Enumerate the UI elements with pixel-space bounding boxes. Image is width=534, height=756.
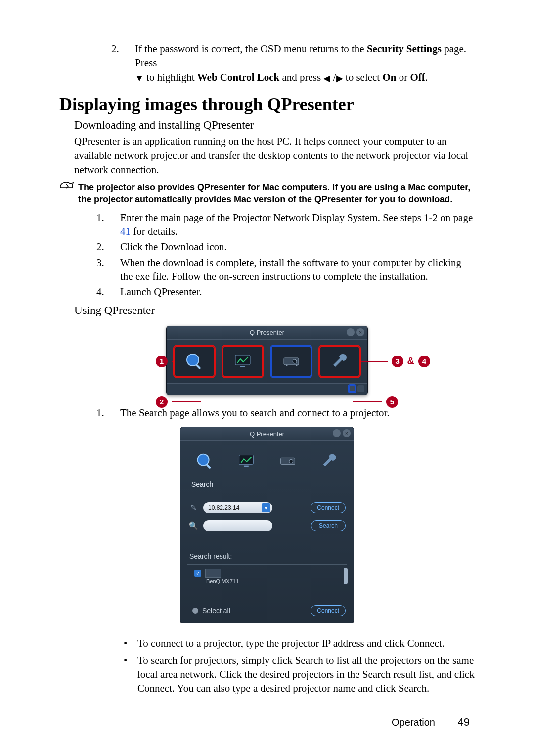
note: The projector also provides QPresenter f…: [59, 181, 475, 206]
svg-rect-3: [235, 355, 250, 365]
tray-button[interactable]: [349, 385, 356, 392]
figure-qpresenter-overview: 1 2 3 & 4 5 Q Presenter – ×: [59, 326, 475, 395]
tray-button[interactable]: [357, 385, 364, 392]
subheading-using: Using QPresenter: [74, 304, 475, 317]
ip-address-select[interactable]: 10.82.23.14 ▾: [203, 502, 272, 513]
svg-point-7: [286, 364, 288, 366]
list-item: 4. Launch QPresenter.: [96, 285, 475, 299]
search-icon: 🔍: [188, 521, 198, 530]
search-instructions: • To connect to a projector, type the pr…: [59, 636, 475, 695]
minimize-icon[interactable]: –: [333, 429, 341, 437]
footer-page-number: 49: [458, 716, 470, 728]
tab-settings[interactable]: [319, 346, 360, 377]
qpresenter-window: Q Presenter – ×: [166, 326, 368, 395]
list-item: 2. Click the Download icon.: [96, 240, 475, 254]
page: 2. If the password is correct, the OSD m…: [0, 0, 534, 756]
qpresenter-search-window: Q Presenter – × Search ✎: [180, 427, 354, 623]
results-header: Search result:: [180, 547, 354, 563]
footer-section: Operation: [392, 717, 435, 728]
active-tab-label: Search: [180, 478, 354, 494]
result-checkbox[interactable]: ✓: [194, 570, 201, 577]
projector-name-input[interactable]: [203, 520, 272, 531]
search-form: ✎ 10.82.23.14 ▾ Connect 🔍 Search: [180, 494, 354, 547]
callout-2: 2: [156, 396, 201, 408]
list-text: If the password is correct, the OSD menu…: [135, 42, 475, 84]
dropdown-icon[interactable]: ▾: [262, 503, 270, 512]
list-number: 2.: [111, 42, 135, 84]
down-arrow-icon: ▼: [135, 72, 144, 84]
svg-point-15: [289, 459, 293, 463]
window-titlebar: Q Presenter – ×: [180, 427, 354, 441]
page-link-41[interactable]: 41: [120, 225, 131, 237]
tab-projector[interactable]: [271, 346, 312, 377]
intro-paragraph: QPresenter is an application running on …: [74, 134, 475, 177]
result-item[interactable]: ✓ BenQ MX711: [194, 569, 345, 584]
tab-row: [167, 340, 367, 383]
install-steps: 1. Enter the main page of the Projector …: [59, 211, 475, 299]
tab-search[interactable]: [188, 447, 222, 475]
svg-rect-4: [240, 366, 245, 367]
results-list: ✓ BenQ MX711: [187, 564, 347, 601]
scrollbar[interactable]: [344, 568, 348, 584]
minimize-icon[interactable]: –: [347, 328, 355, 336]
list-item: 1. Enter the main page of the Projector …: [96, 211, 475, 239]
left-arrow-icon: ◀: [323, 72, 330, 84]
svg-point-8: [296, 364, 298, 366]
svg-rect-12: [239, 455, 254, 465]
bullet-item: • To search for projectors, simply click…: [124, 653, 475, 695]
continuation-step-list: 2. If the password is correct, the OSD m…: [59, 42, 475, 84]
tab-settings[interactable]: [312, 447, 346, 475]
list-item: 3. When the download is complete, instal…: [96, 256, 475, 284]
svg-point-6: [293, 359, 297, 363]
projector-name: BenQ MX711: [206, 578, 239, 584]
callout-5: 5: [353, 396, 398, 408]
page-heading: Displaying images through QPresenter: [59, 94, 475, 115]
ip-address-value: 10.82.23.14: [208, 504, 239, 511]
svg-rect-13: [244, 466, 249, 467]
search-button[interactable]: Search: [311, 520, 346, 531]
bullet-item: • To connect to a projector, type the pr…: [124, 636, 475, 650]
tab-display[interactable]: [222, 346, 263, 377]
projector-thumb-icon: [205, 569, 221, 578]
fig-desc-list: 1. The Search page allows you to search …: [59, 406, 475, 420]
list-item: 1. The Search page allows you to search …: [96, 406, 475, 420]
list-item: 2. If the password is correct, the OSD m…: [111, 42, 475, 84]
close-icon[interactable]: ×: [356, 328, 364, 336]
page-footer: Operation 49: [392, 716, 470, 729]
connect-results-button[interactable]: Connect: [311, 605, 346, 616]
window-title: Q Presenter: [250, 430, 284, 438]
tab-display[interactable]: [229, 447, 263, 475]
svg-rect-2: [195, 364, 201, 369]
right-arrow-icon: ▶: [336, 72, 343, 84]
tab-search[interactable]: [174, 346, 215, 377]
close-icon[interactable]: ×: [343, 429, 351, 437]
svg-rect-11: [206, 464, 211, 469]
window-title: Q Presenter: [250, 329, 284, 336]
tab-projector[interactable]: [271, 447, 305, 475]
tab-row: [180, 441, 354, 478]
pencil-icon: ✎: [188, 503, 198, 512]
note-text: The projector also provides QPresenter f…: [78, 181, 475, 206]
window-bottom-bar: [167, 383, 367, 395]
select-all-toggle[interactable]: Select all: [192, 607, 230, 615]
results-footer: Select all Connect: [180, 601, 354, 623]
connect-button[interactable]: Connect: [311, 502, 346, 513]
callout-3-4: 3 & 4: [358, 356, 430, 367]
note-hand-icon: [59, 180, 78, 195]
subheading-download: Downloading and installing QPresenter: [74, 119, 475, 132]
radio-icon: [192, 608, 198, 614]
window-titlebar: Q Presenter – ×: [167, 326, 367, 340]
